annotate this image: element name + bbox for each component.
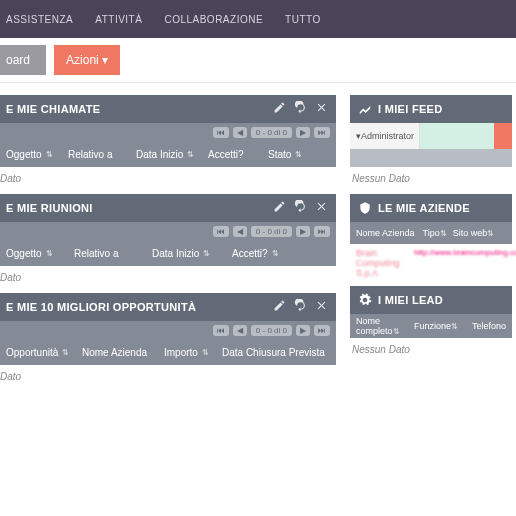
column-headers: Nome Azienda Tipo⇅ Sito web⇅ — [350, 222, 512, 244]
close-icon[interactable] — [315, 299, 328, 315]
col-nome-completo[interactable]: Nome completo⇅ — [356, 316, 400, 336]
pager-last-icon[interactable]: ⏭ — [314, 325, 330, 336]
pager-range: 0 - 0 di 0 — [251, 325, 292, 336]
panel-opportunities: E MIE 10 MIGLIORI OPPORTUNITÀ ⏮ ◀ 0 - 0 … — [0, 293, 336, 388]
refresh-icon[interactable] — [294, 299, 307, 315]
feed-input[interactable] — [420, 123, 494, 149]
col-tipo[interactable]: Tipo⇅ — [423, 228, 447, 238]
panel-title: I MIEI FEED — [378, 103, 504, 115]
panel-title: E MIE 10 MIGLIORI OPPORTUNITÀ — [6, 301, 273, 313]
pager-range: 0 - 0 di 0 — [251, 226, 292, 237]
pager-last-icon[interactable]: ⏭ — [314, 127, 330, 138]
column-headers: Oggetto⇅ Relativo a Data Inizio⇅ Accetti… — [0, 240, 336, 266]
nav-assistenza[interactable]: ASSISTENZA — [6, 14, 73, 25]
cell-link[interactable]: http://www.braincomputing.com — [414, 248, 516, 278]
nav-attivita[interactable]: ATTIVITÀ — [95, 14, 142, 25]
col-sito-web[interactable]: Sito web⇅ — [453, 228, 495, 238]
panel-calls: E MIE CHIAMATE ⏮ ◀ 0 - 0 di 0 ▶ ⏭ Oggett… — [0, 95, 336, 190]
feed-admin[interactable]: ▾Administrator — [350, 123, 420, 149]
pager: ⏮ ◀ 0 - 0 di 0 ▶ ⏭ — [0, 222, 336, 240]
feed-action-button[interactable] — [494, 123, 512, 149]
col-funzione[interactable]: Funzione⇅ — [414, 321, 458, 331]
col-opportunita[interactable]: Opportunità⇅ — [6, 347, 82, 358]
col-telefono[interactable]: Telefono — [472, 321, 506, 331]
dashboard-tab[interactable]: oard — [0, 45, 46, 75]
pager-next-icon[interactable]: ▶ — [296, 127, 310, 138]
col-accetti[interactable]: Accetti? — [208, 149, 268, 160]
panel-meetings: E MIE RIUNIONI ⏮ ◀ 0 - 0 di 0 ▶ ⏭ Oggett… — [0, 194, 336, 289]
panel-aziende: LE MIE AZIENDE Nome Azienda Tipo⇅ Sito w… — [350, 194, 512, 282]
panel-title: E MIE CHIAMATE — [6, 103, 273, 115]
no-data: Nessun Dato — [350, 338, 512, 361]
no-data: Dato — [0, 266, 336, 289]
column-headers: Opportunità⇅ Nome Azienda Importo⇅ Data … — [0, 339, 336, 365]
pager-next-icon[interactable]: ▶ — [296, 226, 310, 237]
column-headers: Oggetto⇅ Relativo a Data Inizio⇅ Accetti… — [0, 141, 336, 167]
actions-button[interactable]: Azioni ▾ — [54, 45, 120, 75]
sub-bar: oard Azioni ▾ — [0, 38, 516, 83]
close-icon[interactable] — [315, 200, 328, 216]
nav-collaborazione[interactable]: COLLABORAZIONE — [164, 14, 263, 25]
feed-row: ▾Administrator — [350, 123, 512, 149]
top-nav: ASSISTENZA ATTIVITÀ COLLABORAZIONE TUTTO — [0, 0, 516, 38]
pager-last-icon[interactable]: ⏭ — [314, 226, 330, 237]
pager-prev-icon[interactable]: ◀ — [233, 127, 247, 138]
close-icon[interactable] — [315, 101, 328, 117]
edit-icon[interactable] — [273, 299, 286, 315]
col-accetti[interactable]: Accetti?⇅ — [232, 248, 292, 259]
pager: ⏮ ◀ 0 - 0 di 0 ▶ ⏭ — [0, 321, 336, 339]
nav-tutto[interactable]: TUTTO — [285, 14, 321, 25]
pager-prev-icon[interactable]: ◀ — [233, 226, 247, 237]
pager-range: 0 - 0 di 0 — [251, 127, 292, 138]
shield-icon — [358, 201, 372, 215]
panel-title: E MIE RIUNIONI — [6, 202, 273, 214]
col-relativo[interactable]: Relativo a — [68, 149, 136, 160]
edit-icon[interactable] — [273, 200, 286, 216]
pager-first-icon[interactable]: ⏮ — [213, 127, 229, 138]
column-headers: Nome completo⇅ Funzione⇅ Telefono — [350, 314, 512, 338]
pager-next-icon[interactable]: ▶ — [296, 325, 310, 336]
pager-first-icon[interactable]: ⏮ — [213, 325, 229, 336]
pager: ⏮ ◀ 0 - 0 di 0 ▶ ⏭ — [0, 123, 336, 141]
col-stato[interactable]: Stato⇅ — [268, 149, 316, 160]
table-row[interactable]: Brain Computing S.p.A http://www.brainco… — [350, 244, 512, 282]
col-data-inizio[interactable]: Data Inizio⇅ — [136, 149, 208, 160]
chart-icon — [358, 102, 372, 116]
refresh-icon[interactable] — [294, 200, 307, 216]
panel-leads: I MIEI LEAD Nome completo⇅ Funzione⇅ Tel… — [350, 286, 512, 361]
col-nome-azienda[interactable]: Nome Azienda — [356, 228, 415, 238]
col-oggetto[interactable]: Oggetto⇅ — [6, 248, 74, 259]
col-importo[interactable]: Importo⇅ — [164, 347, 222, 358]
panel-title: LE MIE AZIENDE — [378, 202, 504, 214]
pager-prev-icon[interactable]: ◀ — [233, 325, 247, 336]
panel-title: I MIEI LEAD — [378, 294, 504, 306]
edit-icon[interactable] — [273, 101, 286, 117]
col-data-inizio[interactable]: Data Inizio⇅ — [152, 248, 232, 259]
feed-bar — [350, 149, 512, 167]
no-data: Dato — [0, 365, 336, 388]
refresh-icon[interactable] — [294, 101, 307, 117]
col-data-chiusura[interactable]: Data Chiusura Prevista — [222, 347, 328, 358]
no-data: Dato — [0, 167, 336, 190]
panel-feed: I MIEI FEED ▾Administrator Nessun Dato — [350, 95, 512, 190]
col-oggetto[interactable]: Oggetto⇅ — [6, 149, 68, 160]
cell-name: Brain Computing S.p.A — [356, 248, 396, 278]
gear-icon — [358, 293, 372, 307]
pager-first-icon[interactable]: ⏮ — [213, 226, 229, 237]
col-relativo[interactable]: Relativo a — [74, 248, 152, 259]
col-nome-azienda[interactable]: Nome Azienda — [82, 347, 164, 358]
no-data: Nessun Dato — [350, 167, 512, 190]
